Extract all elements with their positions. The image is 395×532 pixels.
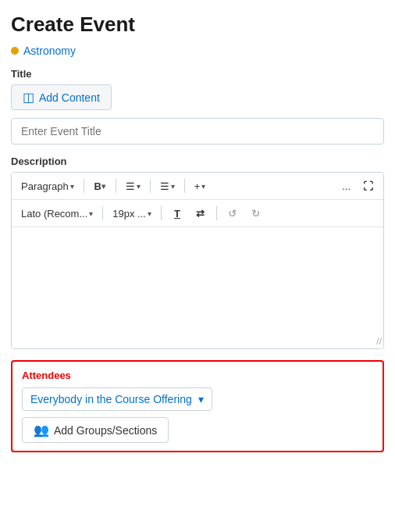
course-label: Astronomy: [11, 45, 384, 57]
insert-button[interactable]: + ▾: [190, 178, 211, 195]
bold-button[interactable]: B ▾: [89, 176, 111, 196]
attendees-section: Attendees Everybody in the Course Offeri…: [11, 360, 384, 452]
indent-button[interactable]: ⇄: [190, 203, 212, 223]
list-chevron-icon: ▾: [171, 182, 175, 191]
more-options-button[interactable]: ...: [337, 178, 355, 195]
paragraph-label: Paragraph: [21, 180, 69, 192]
add-content-label: Add Content: [39, 91, 100, 104]
paragraph-dropdown[interactable]: Paragraph ▾: [16, 178, 79, 195]
toolbar-divider-3: [150, 179, 151, 193]
toolbar-divider-6: [161, 206, 162, 220]
toolbar-divider-1: [84, 179, 84, 193]
list-button[interactable]: ☰ ▾: [155, 178, 180, 195]
page-container: Create Event Astronomy Title ◫ Add Conte…: [0, 0, 395, 465]
toolbar-divider-2: [116, 179, 116, 193]
highlight-icon: T: [174, 208, 180, 220]
insert-chevron-icon: ▾: [201, 182, 205, 191]
toolbar-row2: Lato (Recom... ▾ 19px ... ▾ T ⇄ ↺ ↻: [12, 200, 383, 227]
course-name: Astronomy: [23, 45, 76, 57]
highlight-button[interactable]: T: [166, 203, 188, 223]
toolbar-row1: Paragraph ▾ B ▾ ☰ ▾ ☰ ▾ + ▾: [12, 173, 383, 200]
resize-handle-icon: //: [376, 336, 382, 347]
add-content-icon: ◫: [23, 90, 34, 105]
font-family-label: Lato (Recom...: [21, 208, 87, 220]
paragraph-chevron-icon: ▾: [70, 182, 74, 191]
title-label: Title: [11, 68, 384, 80]
toolbar-divider-7: [216, 206, 217, 220]
description-label: Description: [11, 155, 384, 167]
rich-text-editor: Paragraph ▾ B ▾ ☰ ▾ ☰ ▾ + ▾: [11, 172, 384, 349]
event-title-input[interactable]: [11, 118, 384, 145]
font-chevron-icon: ▾: [89, 209, 93, 218]
undo-button[interactable]: ↺: [222, 203, 244, 223]
editor-body[interactable]: //: [12, 227, 383, 348]
font-family-dropdown[interactable]: Lato (Recom... ▾: [16, 205, 98, 222]
course-dot-icon: [11, 47, 19, 55]
page-title: Create Event: [11, 12, 384, 37]
align-button[interactable]: ☰ ▾: [121, 178, 145, 195]
undo-icon: ↺: [228, 208, 237, 220]
fullscreen-button[interactable]: ⛶: [357, 176, 379, 196]
attendees-dropdown[interactable]: Everybody in the Course Offering ▾: [22, 387, 212, 411]
indent-icon: ⇄: [196, 208, 205, 220]
font-size-label: 19px ...: [112, 208, 146, 220]
add-content-button[interactable]: ◫ Add Content: [11, 84, 112, 110]
align-chevron-icon: ▾: [137, 182, 141, 191]
attendees-chevron-icon: ▾: [198, 393, 204, 405]
add-groups-label: Add Groups/Sections: [54, 424, 157, 437]
redo-icon: ↻: [251, 208, 260, 220]
add-groups-button[interactable]: 👥 Add Groups/Sections: [22, 417, 169, 443]
more-options-icon: ...: [342, 180, 351, 192]
list-icon: ☰: [160, 180, 169, 192]
fullscreen-icon: ⛶: [363, 180, 373, 192]
redo-button[interactable]: ↻: [245, 203, 267, 223]
font-size-chevron-icon: ▾: [148, 209, 151, 218]
attendees-label: Attendees: [22, 370, 373, 381]
toolbar-divider-5: [102, 206, 103, 220]
font-size-dropdown[interactable]: 19px ... ▾: [108, 205, 156, 222]
align-icon: ☰: [126, 180, 135, 192]
add-groups-icon: 👥: [34, 423, 49, 437]
insert-plus-icon: +: [194, 180, 201, 192]
attendees-dropdown-label: Everybody in the Course Offering: [30, 393, 192, 405]
bold-icon: B: [94, 180, 101, 192]
bold-chevron-icon: ▾: [101, 182, 105, 191]
toolbar-divider-4: [184, 179, 185, 193]
